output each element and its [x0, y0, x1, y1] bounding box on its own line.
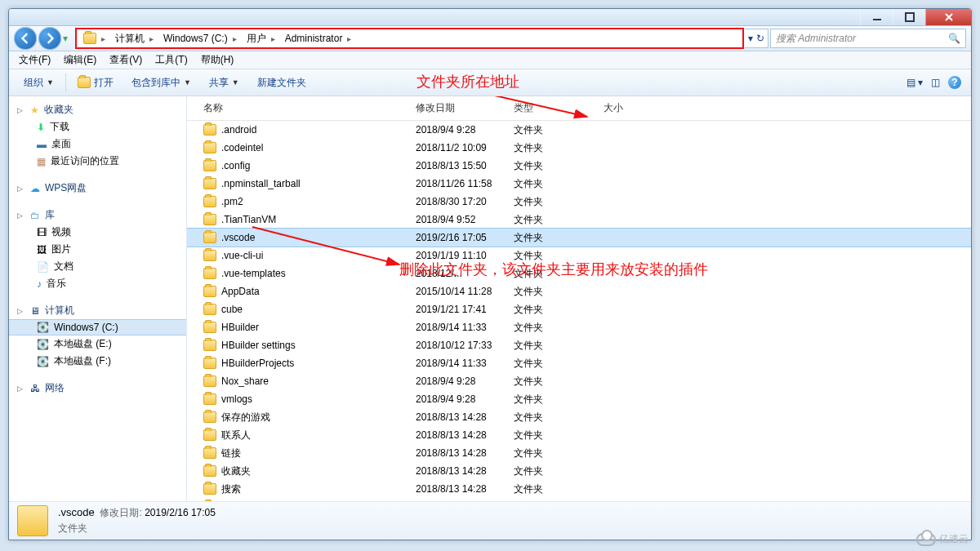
table-row[interactable]: 我的视频2018/8/13 14:28文件夹 — [187, 498, 971, 501]
file-name: .android — [221, 124, 256, 136]
sidebar-wps-header[interactable]: ▷☁WPS网盘 — [9, 180, 186, 197]
table-row[interactable]: Nox_share2018/9/4 9:28文件夹 — [187, 372, 971, 390]
table-row[interactable]: 保存的游戏2018/8/13 14:28文件夹 — [187, 408, 971, 426]
sidebar-item-downloads[interactable]: ⬇下载 — [9, 118, 186, 136]
sidebar-computer-header[interactable]: ▷🖥计算机 — [9, 302, 186, 319]
maximize-button[interactable] — [893, 9, 925, 25]
svg-rect-0 — [873, 19, 881, 20]
menu-file[interactable]: 文件(F) — [14, 51, 56, 69]
sidebar-item-documents[interactable]: 📄文档 — [9, 258, 186, 275]
sidebar-item-pictures[interactable]: 🖼图片 — [9, 241, 186, 258]
table-row[interactable]: .vue-cli-ui2019/1/19 11:10文件夹 — [187, 247, 971, 264]
file-type: 文件夹 — [514, 321, 604, 335]
sidebar-favorites-header[interactable]: ▷★收藏夹 — [9, 101, 186, 118]
col-type[interactable]: 类型 — [514, 100, 604, 117]
sidebar-item-drive-c[interactable]: 💽Windows7 (C:) — [9, 319, 186, 335]
file-date: 2018/11/26 11:58 — [416, 178, 514, 189]
file-date: 2019/2/16 17:05 — [416, 232, 514, 243]
breadcrumb-item[interactable]: Administrator▸ — [280, 29, 357, 47]
search-icon[interactable]: 🔍 — [948, 33, 960, 44]
table-row[interactable]: HBuilder2018/9/14 11:33文件夹 — [187, 318, 971, 336]
refresh-icon[interactable]: ↻ — [756, 33, 764, 44]
table-row[interactable]: 搜索2018/8/13 14:28文件夹 — [187, 480, 971, 498]
folder-icon — [203, 268, 216, 279]
breadcrumb-item[interactable]: 用户▸ — [242, 29, 280, 47]
search-input[interactable]: 搜索 Administrator 🔍 — [770, 29, 966, 48]
forward-button[interactable] — [38, 27, 61, 50]
back-button[interactable] — [14, 27, 37, 50]
breadcrumb-label: 用户 — [247, 32, 266, 46]
help-icon[interactable]: ? — [948, 76, 961, 89]
folder-icon — [203, 358, 216, 369]
table-row[interactable]: .android2018/9/4 9:28文件夹 — [187, 121, 971, 139]
file-date: 2018/9/14 11:33 — [416, 358, 514, 369]
toolbar-open[interactable]: 打开 — [69, 76, 122, 90]
table-row[interactable]: 收藏夹2018/8/13 14:28文件夹 — [187, 462, 971, 480]
table-row[interactable]: vmlogs2018/9/4 9:28文件夹 — [187, 390, 971, 408]
table-row[interactable]: .npminstall_tarball2018/11/26 11:58文件夹 — [187, 175, 971, 193]
preview-pane-button[interactable]: ◫ — [931, 77, 940, 88]
table-row[interactable]: .config2018/8/13 15:50文件夹 — [187, 157, 971, 175]
breadcrumb-item[interactable]: Windows7 (C:)▸ — [158, 29, 242, 47]
column-headers[interactable]: 名称 修改日期 类型 大小 — [187, 96, 971, 121]
folder-icon — [203, 429, 216, 441]
sidebar-item-drive-f[interactable]: 💽本地磁盘 (F:) — [9, 353, 186, 370]
file-type: 文件夹 — [514, 464, 604, 478]
file-type: 文件夹 — [514, 285, 604, 299]
address-bar[interactable]: ▸ 计算机▸ Windows7 (C:)▸ 用户▸ Administrator▸ — [76, 29, 743, 48]
toolbar-include-in-library[interactable]: 包含到库中▼ — [123, 76, 199, 90]
sidebar-item-music[interactable]: ♪音乐 — [9, 275, 186, 292]
folder-icon — [203, 142, 216, 153]
file-type: 文件夹 — [514, 195, 604, 209]
folder-icon — [203, 322, 216, 333]
table-row[interactable]: .pm22018/8/30 17:20文件夹 — [187, 193, 971, 211]
file-type: 文件夹 — [514, 267, 604, 281]
menu-edit[interactable]: 编辑(E) — [59, 51, 101, 69]
menu-help[interactable]: 帮助(H) — [196, 51, 239, 69]
col-size[interactable]: 大小 — [604, 100, 669, 117]
table-row[interactable]: HBuilderProjects2018/9/14 11:33文件夹 — [187, 354, 971, 372]
sidebar-libraries-header[interactable]: ▷🗀库 — [9, 207, 186, 224]
sidebar-item-videos[interactable]: 🎞视频 — [9, 224, 186, 241]
menu-view[interactable]: 查看(V) — [105, 51, 147, 69]
table-row[interactable]: 链接2018/8/13 14:28文件夹 — [187, 444, 971, 462]
table-row[interactable]: .vscode2019/2/16 17:05文件夹 — [187, 229, 971, 247]
file-type: 文件夹 — [514, 482, 604, 496]
file-type: 文件夹 — [514, 411, 604, 424]
breadcrumb-root[interactable]: ▸ — [78, 29, 110, 47]
view-mode-button[interactable]: ▤ ▾ — [906, 77, 923, 88]
breadcrumb-item[interactable]: 计算机▸ — [110, 29, 158, 47]
table-row[interactable]: .TianTianVM2018/9/4 9:52文件夹 — [187, 211, 971, 229]
sidebar-item-desktop[interactable]: ▬桌面 — [9, 136, 186, 153]
toolbar-share[interactable]: 共享▼ — [201, 76, 247, 90]
close-button[interactable] — [925, 9, 971, 25]
toolbar-organize[interactable]: 组织▼ — [16, 76, 62, 90]
sidebar-network-header[interactable]: ▷🖧网络 — [9, 380, 186, 397]
file-type: 文件夹 — [514, 231, 604, 245]
sidebar-item-drive-e[interactable]: 💽本地磁盘 (E:) — [9, 335, 186, 353]
file-type: 文件夹 — [514, 303, 604, 317]
table-row[interactable]: .vue-templates2018/12/...文件夹 — [187, 264, 971, 282]
file-name: .vue-cli-ui — [221, 250, 263, 261]
col-name[interactable]: 名称 — [203, 100, 416, 117]
folder-icon — [203, 286, 216, 297]
table-row[interactable]: cube2019/1/21 17:41文件夹 — [187, 300, 971, 318]
nav-history-dropdown[interactable]: ▾ — [63, 33, 74, 44]
minimize-button[interactable] — [860, 9, 893, 25]
file-date: 2018/10/12 17:33 — [416, 340, 514, 351]
table-row[interactable]: .codeintel2018/11/2 10:09文件夹 — [187, 139, 971, 157]
sidebar-item-recent[interactable]: ▦最近访问的位置 — [9, 153, 186, 170]
toolbar-new-folder[interactable]: 新建文件夹 — [249, 76, 314, 90]
content-body: ▷★收藏夹 ⬇下载 ▬桌面 ▦最近访问的位置 ▷☁WPS网盘 ▷🗀库 🎞视频 🖼… — [9, 96, 971, 501]
folder-icon — [203, 483, 216, 495]
file-name: .TianTianVM — [221, 214, 276, 225]
menu-tools[interactable]: 工具(T) — [150, 51, 192, 69]
file-type: 文件夹 — [514, 357, 604, 371]
status-title: .vscode — [58, 506, 95, 518]
table-row[interactable]: 联系人2018/8/13 14:28文件夹 — [187, 426, 971, 444]
table-row[interactable]: AppData2015/10/14 11:28文件夹 — [187, 282, 971, 300]
table-row[interactable]: HBuilder settings2018/10/12 17:33文件夹 — [187, 336, 971, 354]
col-date[interactable]: 修改日期 — [416, 100, 514, 117]
folder-icon — [203, 178, 216, 189]
address-dropdown-icon[interactable]: ▾ — [748, 33, 753, 44]
